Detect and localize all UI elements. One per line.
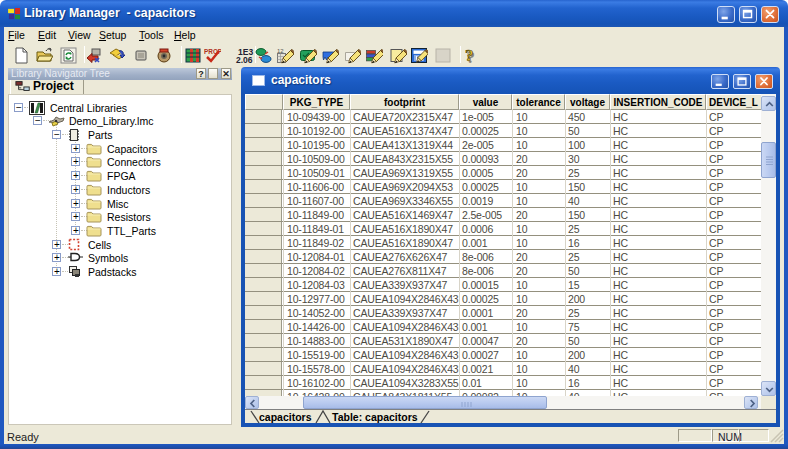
svg-text:?: ? — [465, 47, 474, 64]
svg-text:2.06: 2.06 — [236, 55, 253, 64]
